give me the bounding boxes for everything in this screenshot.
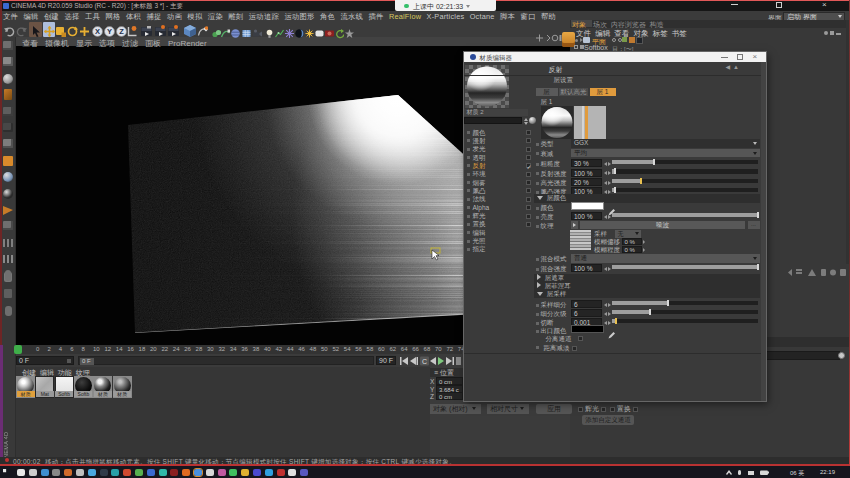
svg-text:X: X [95, 27, 100, 36]
svg-text:Z: Z [119, 27, 124, 36]
svg-text:Y: Y [107, 27, 112, 36]
svg-text:C: C [422, 357, 427, 364]
